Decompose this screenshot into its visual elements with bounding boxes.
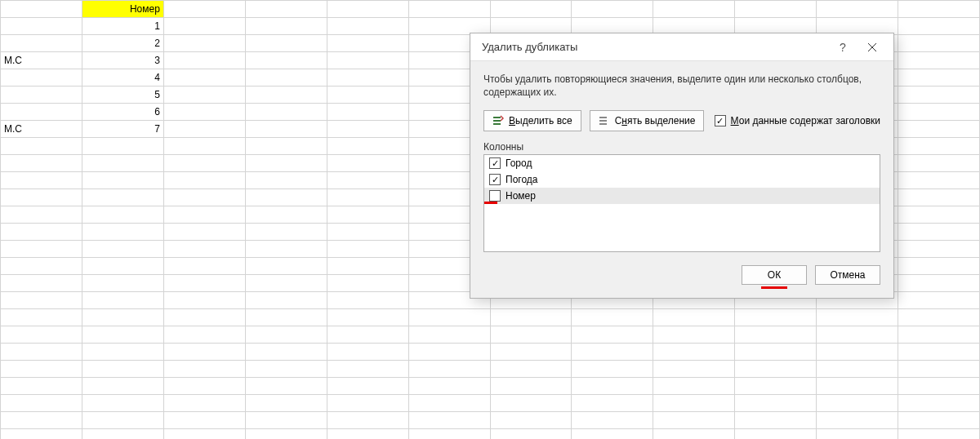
dialog-title: Удалить дубликаты — [482, 41, 828, 53]
annotation-highlight — [484, 202, 497, 204]
cell-b3[interactable]: 2 — [82, 35, 163, 52]
svg-rect-7 — [599, 123, 607, 125]
annotation-highlight — [761, 286, 787, 289]
svg-rect-4 — [493, 123, 501, 125]
ok-label: ОК — [768, 269, 781, 281]
select-all-label: Выделить все — [509, 115, 572, 126]
svg-rect-3 — [493, 120, 501, 122]
cell-b6[interactable]: 5 — [82, 86, 163, 104]
cell-a6[interactable] — [1, 86, 82, 104]
headers-label: Мои данные содержат заголовки — [731, 115, 880, 126]
help-icon[interactable]: ? — [828, 33, 858, 61]
dialog-titlebar: Удалить дубликаты ? — [470, 33, 893, 61]
select-all-button[interactable]: Выделить все — [483, 110, 581, 131]
cell-b1-header[interactable]: Номер — [82, 1, 163, 18]
deselect-all-button[interactable]: Снять выделение — [590, 110, 705, 131]
cell-a2[interactable] — [1, 18, 82, 35]
column-item-city[interactable]: ✓ Город — [484, 155, 880, 171]
check-icon: ✓ — [715, 115, 726, 126]
column-label: Номер — [506, 190, 536, 202]
deselect-all-label: Снять выделение — [615, 115, 696, 126]
cancel-button[interactable]: Отмена — [815, 265, 880, 285]
column-label: Погода — [506, 174, 538, 185]
cell-a4[interactable]: М.С — [1, 52, 82, 69]
column-label: Город — [506, 157, 532, 169]
cell-b4[interactable]: 3 — [82, 52, 163, 69]
columns-label: Колонны — [483, 141, 880, 153]
remove-duplicates-dialog: Удалить дубликаты ? Чтобы удалить повтор… — [470, 33, 894, 299]
cell-b2[interactable]: 1 — [82, 18, 163, 35]
dialog-description: Чтобы удалить повторяющиеся значения, вы… — [483, 73, 880, 99]
svg-rect-6 — [599, 120, 607, 122]
cancel-label: Отмена — [830, 269, 865, 281]
check-icon: ✓ — [489, 174, 501, 185]
check-icon: ✓ — [489, 157, 501, 169]
columns-listbox[interactable]: ✓ Город ✓ Погода Номер — [483, 154, 880, 252]
cell-b8[interactable]: 7 — [82, 121, 163, 138]
column-item-weather[interactable]: ✓ Погода — [484, 171, 880, 188]
headers-checkbox[interactable]: ✓ Мои данные содержат заголовки — [715, 115, 880, 126]
svg-rect-2 — [493, 117, 501, 118]
column-item-number[interactable]: Номер — [484, 188, 880, 204]
cell-a8[interactable]: М.С — [1, 121, 82, 138]
cell-b5[interactable]: 4 — [82, 69, 163, 86]
cell-a1[interactable] — [1, 1, 82, 18]
select-all-icon — [492, 115, 504, 126]
uncheck-icon — [489, 190, 501, 202]
svg-rect-5 — [599, 117, 607, 118]
cell-a5[interactable] — [1, 69, 82, 86]
close-icon[interactable] — [858, 33, 887, 61]
cell-a3[interactable] — [1, 35, 82, 52]
deselect-all-icon — [599, 115, 610, 126]
cell-b7[interactable]: 6 — [82, 104, 163, 121]
cell-a7[interactable] — [1, 104, 82, 121]
ok-button[interactable]: ОК — [742, 265, 807, 285]
